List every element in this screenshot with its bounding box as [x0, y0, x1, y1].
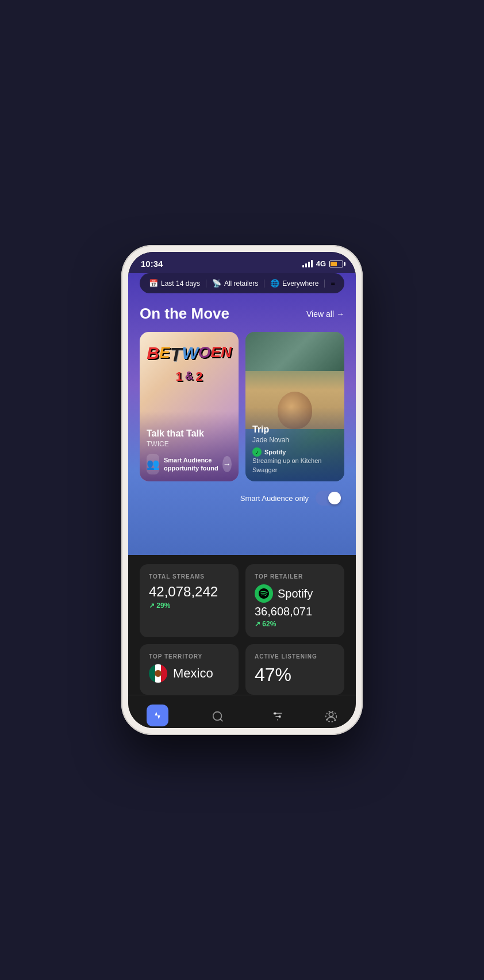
search-nav-icon — [212, 710, 224, 726]
nav-home[interactable]: HOME — [137, 702, 178, 728]
total-streams-card[interactable]: TOTAL STREAMS 42,078,242 ↗ 29% — [140, 564, 239, 637]
main-content: 📅 Last 14 days 📡 All retailers 🌐 Everywh… — [128, 273, 356, 555]
location-filter[interactable]: 🌐 Everywhere — [270, 279, 318, 288]
card-talk-that-talk[interactable]: B E T W O E N 1 & 2 — [140, 332, 239, 481]
svg-point-6 — [279, 715, 281, 717]
top-territory-card[interactable]: TOP TERRITORY Mexico — [140, 644, 239, 695]
card-2-song-title: Trip — [252, 424, 337, 435]
badge-text: Smart Audience opportunity found — [164, 456, 222, 473]
date-filter[interactable]: 📅 Last 14 days — [149, 279, 200, 288]
top-territory-label: TOP TERRITORY — [149, 653, 229, 660]
spotify-icon-small: ♪ — [252, 447, 262, 457]
platform-badge-row: ♪ Spotify — [252, 447, 337, 457]
filter-divider-2 — [264, 280, 264, 288]
nav-search[interactable]: SEARCH — [195, 708, 240, 729]
retailer-filter[interactable]: 📡 All retailers — [212, 279, 258, 288]
toggle-knob — [328, 492, 341, 504]
filter-divider-3 — [324, 280, 325, 288]
streaming-note: Streaming up on Kitchen Swagger — [252, 457, 337, 474]
home-icon — [147, 705, 168, 726]
retailers-label: All retailers — [224, 280, 258, 288]
platform-label: Spotify — [264, 449, 286, 455]
territory-name: Mexico — [173, 666, 213, 681]
card-2-overlay: Trip Jade Novah ♪ Spotify Streaming up o… — [245, 407, 344, 481]
filter-nav-icon — [271, 710, 284, 726]
smart-audience-toggle-row: Smart Audience only — [140, 491, 344, 506]
battery-icon — [329, 261, 343, 267]
spotify-name: Spotify — [278, 587, 313, 600]
view-all-button[interactable]: View all → — [306, 309, 344, 319]
signal-icon — [302, 260, 313, 267]
section-header: On the Move View all → — [140, 305, 344, 323]
filter-bar[interactable]: 📅 Last 14 days 📡 All retailers 🌐 Everywh… — [140, 273, 344, 293]
globe-icon: 🌐 — [270, 279, 279, 288]
card-2-artist: Jade Novah — [252, 436, 337, 444]
settings-icon[interactable]: ≡ — [331, 279, 335, 288]
smart-audience-badge: 👥 Smart Audience opportunity found → — [147, 454, 232, 474]
stats-grid: TOTAL STREAMS 42,078,242 ↗ 29% TOP RETAI… — [140, 564, 344, 695]
bg-decoration — [245, 332, 344, 371]
section-title: On the Move — [140, 305, 229, 323]
filter-divider-1 — [206, 280, 206, 288]
location-label: Everywhere — [282, 280, 318, 288]
svg-point-0 — [213, 711, 221, 720]
card-1-song-title: Talk that Talk — [147, 428, 232, 439]
top-retailer-growth: ↗ 62% — [255, 620, 335, 628]
badge-content: 👥 Smart Audience opportunity found — [147, 454, 222, 474]
battery-fill — [331, 262, 337, 266]
radio-icon: 📡 — [212, 279, 221, 288]
view-all-label: View all — [306, 309, 334, 319]
svg-line-1 — [220, 719, 222, 721]
calendar-icon: 📅 — [149, 279, 158, 288]
top-retailer-label: TOP RETAILER — [255, 573, 335, 580]
me-nav-icon — [325, 710, 337, 726]
spotify-row: Spotify — [255, 584, 335, 603]
territory-row: Mexico — [149, 664, 229, 683]
nav-filter[interactable]: FILTER — [258, 708, 298, 729]
phone-frame: 10:34 4G 📅 Last 14 days — [121, 245, 363, 735]
time-display: 10:34 — [141, 259, 163, 269]
phone-screen: 10:34 4G 📅 Last 14 days — [128, 252, 356, 728]
stats-section: TOTAL STREAMS 42,078,242 ↗ 29% TOP RETAI… — [128, 555, 356, 695]
view-all-arrow: → — [336, 309, 344, 319]
card-1-arrow-button[interactable]: → — [222, 456, 232, 472]
spotify-large-icon — [255, 584, 273, 603]
svg-point-5 — [274, 713, 276, 714]
top-retailer-value: 36,608,071 — [255, 605, 335, 618]
mexico-flag — [149, 664, 167, 683]
status-right: 4G — [302, 259, 343, 268]
flag-eagle — [155, 670, 162, 677]
total-streams-label: TOTAL STREAMS — [149, 573, 229, 580]
card-1-artist: TWICE — [147, 440, 232, 448]
active-listening-value: 47% — [255, 664, 335, 686]
svg-point-7 — [329, 712, 333, 716]
status-bar: 10:34 4G — [128, 252, 356, 273]
network-label: 4G — [316, 259, 326, 268]
audience-icon: 👥 — [147, 454, 159, 474]
card-trip[interactable]: Trip Jade Novah ♪ Spotify Streaming up o… — [245, 332, 344, 481]
toggle-label: Smart Audience only — [240, 494, 309, 503]
total-streams-growth: ↗ 29% — [149, 602, 229, 610]
cards-row: B E T W O E N 1 & 2 — [140, 332, 344, 481]
smart-audience-toggle[interactable] — [316, 491, 342, 506]
top-retailer-card[interactable]: TOP RETAILER Spotify 36,608,071 ↗ 62% — [245, 564, 344, 637]
total-streams-value: 42,078,242 — [149, 584, 229, 599]
date-range-label: Last 14 days — [161, 280, 200, 288]
active-listening-card[interactable]: ACTIVE LISTENING 47% — [245, 644, 344, 695]
card-1-overlay: Talk that Talk TWICE 👥 Smart Audience op… — [140, 411, 239, 481]
nav-me[interactable]: ME — [316, 708, 347, 729]
bottom-nav: HOME SEARCH — [128, 695, 356, 728]
active-listening-label: ACTIVE LISTENING — [255, 653, 335, 660]
